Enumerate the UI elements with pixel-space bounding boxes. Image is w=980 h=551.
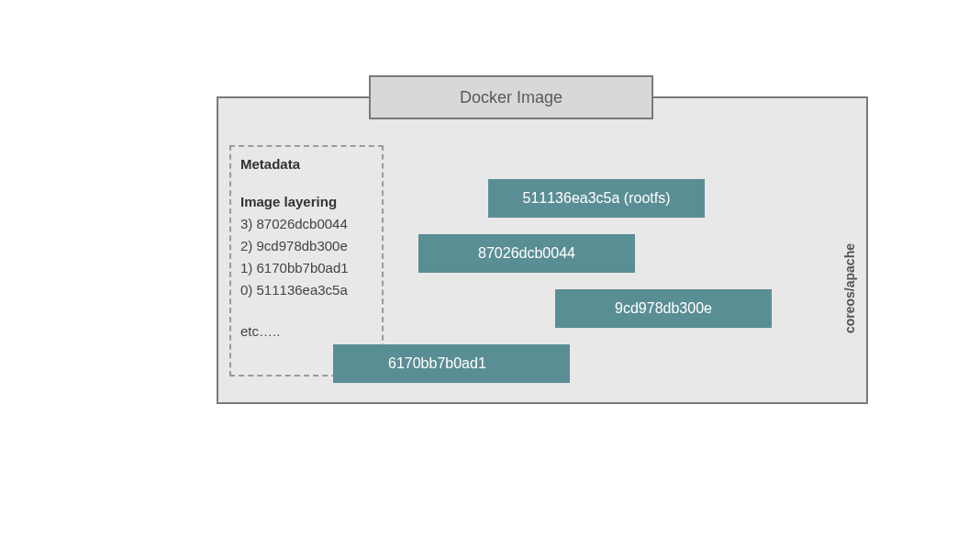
image-name-label: coreos/apache	[842, 243, 857, 333]
layer-block-3: 6170bb7b0ad1	[333, 344, 570, 383]
layer-index: 3)	[240, 216, 252, 231]
layer-block-label: 511136ea3c5a (rootfs)	[523, 190, 671, 207]
diagram-title-text: Docker Image	[460, 88, 562, 107]
layer-block-label: 9cd978db300e	[615, 300, 712, 317]
layer-hash: 6170bb7b0ad1	[257, 260, 349, 276]
layer-block-1: 87026dcb0044	[418, 234, 635, 273]
layer-hash: 9cd978db300e	[257, 238, 348, 253]
layer-block-label: 87026dcb0044	[478, 245, 575, 262]
layer-index: 1)	[240, 260, 252, 276]
layer-block-rootfs: 511136ea3c5a (rootfs)	[488, 179, 705, 218]
layer-index: 0)	[240, 282, 252, 298]
diagram-title: Docker Image	[369, 75, 653, 119]
metadata-etc: etc…..	[240, 323, 373, 339]
layer-block-2: 9cd978db300e	[555, 289, 772, 328]
layer-entry: 3) 87026dcb0044	[240, 213, 373, 235]
layer-hash: 87026dcb0044	[257, 216, 348, 231]
layering-heading: Image layering	[240, 194, 373, 209]
layer-entry: 1) 6170bb7b0ad1	[240, 257, 373, 279]
layer-hash: 511136ea3c5a	[257, 282, 348, 298]
metadata-box: Metadata Image layering 3) 87026dcb0044 …	[229, 145, 384, 377]
layer-index: 2)	[240, 238, 252, 253]
layer-entry: 2) 9cd978db300e	[240, 235, 373, 257]
layer-entry: 0) 511136ea3c5a	[240, 279, 373, 301]
metadata-heading: Metadata	[240, 156, 373, 172]
layer-block-label: 6170bb7b0ad1	[388, 355, 486, 372]
